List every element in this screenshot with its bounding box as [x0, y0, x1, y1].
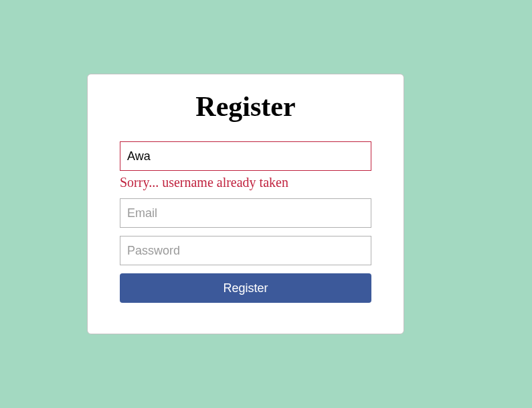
username-error: Sorry... username already taken	[120, 175, 371, 190]
password-input[interactable]	[120, 236, 371, 265]
register-form: Sorry... username already taken Register	[120, 141, 371, 303]
username-input[interactable]	[120, 141, 371, 171]
email-input[interactable]	[120, 198, 371, 228]
register-card: Register Sorry... username already taken…	[87, 74, 404, 334]
register-button[interactable]: Register	[120, 273, 371, 303]
page-title: Register	[195, 90, 295, 123]
